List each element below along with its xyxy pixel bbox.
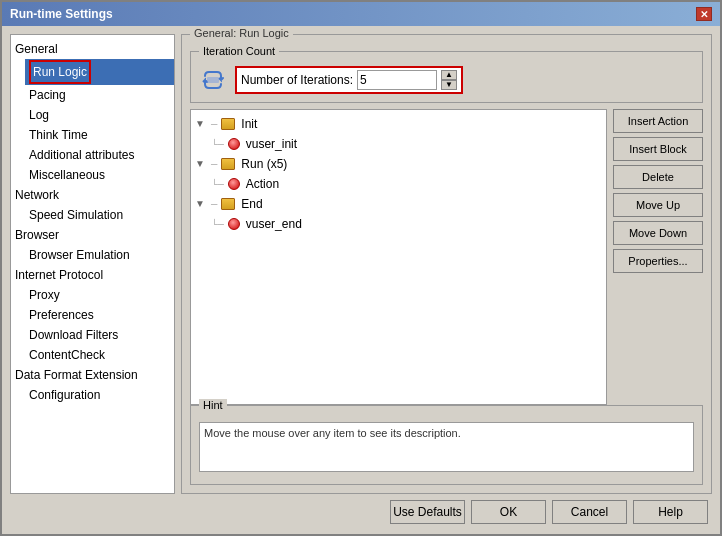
hint-group: Hint Move the mouse over any item to see… [190,405,703,485]
loop-icon [199,66,227,94]
sidebar-item-internet-protocol[interactable]: Internet Protocol [11,265,174,285]
window-content: General Run Logic Pacing Log Think Time [2,26,720,534]
connector-action: └─ [211,175,224,193]
bottom-bar: Use Defaults OK Cancel Help [10,494,712,526]
sidebar-item-proxy[interactable]: Proxy [25,285,174,305]
collapse-icon-init: ▼ [195,115,205,133]
folder-icon-run [221,158,235,170]
minus-connector-end: ─ [211,195,217,213]
sidebar-item-preferences[interactable]: Preferences [25,305,174,325]
sidebar-general-label: General [15,42,58,56]
sidebar-item-additional-attrs[interactable]: Additional attributes [25,145,174,165]
title-bar: Run-time Settings ✕ [2,2,720,26]
sidebar-item-pacing[interactable]: Pacing [25,85,174,105]
iteration-spinner: ▲ ▼ [441,70,457,90]
tree-item-vuser-end[interactable]: └─ vuser_end [211,214,602,234]
close-button[interactable]: ✕ [696,7,712,21]
tree-label-end: End [241,195,262,213]
cancel-button[interactable]: Cancel [552,500,627,524]
hint-text: Move the mouse over any item to see its … [199,422,694,472]
tree-item-init[interactable]: ▼ ─ Init [195,114,602,134]
red-icon-action [228,178,240,190]
red-icon-vuser-end [228,218,240,230]
sidebar-item-miscellaneous[interactable]: Miscellaneous [25,165,174,185]
tree-item-action[interactable]: └─ Action [211,174,602,194]
iteration-count-label: Iteration Count [199,45,279,57]
spinner-up[interactable]: ▲ [441,70,457,80]
sidebar-item-run-logic[interactable]: Run Logic [25,59,174,85]
folder-icon-init [221,118,235,130]
hint-label: Hint [199,399,227,411]
main-area: General Run Logic Pacing Log Think Time [10,34,712,494]
help-button[interactable]: Help [633,500,708,524]
minus-connector-init: ─ [211,115,217,133]
left-panel: General Run Logic Pacing Log Think Time [10,34,175,494]
tree-label-vuser-end: vuser_end [246,215,302,233]
sidebar-item-browser[interactable]: Browser [11,225,174,245]
connector-vuser-end: └─ [211,215,224,233]
main-group-box: General: Run Logic Iteration Count [181,34,712,494]
tree-label-action: Action [246,175,279,193]
sidebar-item-speed-simulation[interactable]: Speed Simulation [25,205,174,225]
tree-content: ▼ ─ Init └─ vuser_init [190,109,703,405]
collapse-icon-run: ▼ [195,155,205,173]
sidebar-item-log[interactable]: Log [25,105,174,125]
move-up-button[interactable]: Move Up [613,193,703,217]
sidebar-item-think-time[interactable]: Think Time [25,125,174,145]
delete-button[interactable]: Delete [613,165,703,189]
sidebar-item-network[interactable]: Network [11,185,174,205]
svg-rect-0 [207,77,219,83]
sidebar-item-general[interactable]: General [11,39,174,59]
sidebar-item-content-check[interactable]: ContentCheck [25,345,174,365]
sidebar-item-data-format-extension[interactable]: Data Format Extension [11,365,174,385]
properties-button[interactable]: Properties... [613,249,703,273]
window: Run-time Settings ✕ General Run Logic Pa… [0,0,722,536]
connector-vuser-init: └─ [211,135,224,153]
iteration-row: Number of Iterations: ▲ ▼ [199,66,694,94]
spinner-down[interactable]: ▼ [441,80,457,90]
run-logic-label: Run Logic [29,60,91,84]
right-panel: General: Run Logic Iteration Count [181,34,712,494]
action-tree[interactable]: ▼ ─ Init └─ vuser_init [190,109,607,405]
window-title: Run-time Settings [10,7,113,21]
tree-label-init: Init [241,115,257,133]
tree-item-run[interactable]: ▼ ─ Run (x5) [195,154,602,174]
tree-item-vuser-init[interactable]: └─ vuser_init [211,134,602,154]
insert-block-button[interactable]: Insert Block [613,137,703,161]
use-defaults-button[interactable]: Use Defaults [390,500,465,524]
sidebar-item-download-filters[interactable]: Download Filters [25,325,174,345]
iteration-count-group: Iteration Count Number of Iterations: [190,51,703,103]
tree-label-run: Run (x5) [241,155,287,173]
move-down-button[interactable]: Move Down [613,221,703,245]
red-icon-vuser-init [228,138,240,150]
action-buttons: Insert Action Insert Block Delete Move U… [613,109,703,405]
tree-item-end[interactable]: ▼ ─ End [195,194,602,214]
insert-action-button[interactable]: Insert Action [613,109,703,133]
ok-button[interactable]: OK [471,500,546,524]
sidebar-item-configuration[interactable]: Configuration [25,385,174,405]
collapse-icon-end: ▼ [195,195,205,213]
minus-connector-run: ─ [211,155,217,173]
iteration-input-group: Number of Iterations: ▲ ▼ [235,66,463,94]
tree-label-vuser-init: vuser_init [246,135,297,153]
number-of-iterations-label: Number of Iterations: [241,73,353,87]
iterations-input[interactable] [357,70,437,90]
folder-icon-end [221,198,235,210]
main-group-box-label: General: Run Logic [190,27,293,39]
sidebar-item-browser-emulation[interactable]: Browser Emulation [25,245,174,265]
